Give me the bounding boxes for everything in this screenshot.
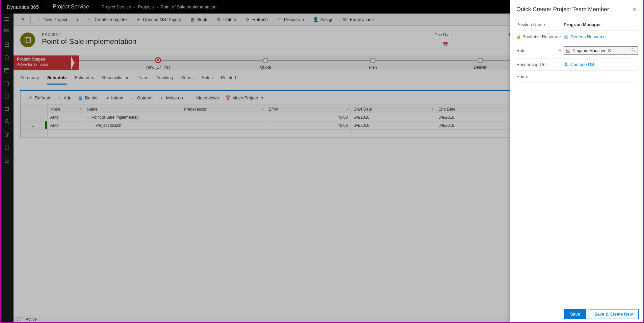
cell-name[interactable]: ⌄Point of Sale implementati	[84, 113, 181, 121]
cell-rownum[interactable]	[21, 113, 45, 121]
breadcrumb-item[interactable]: Project Service	[102, 4, 131, 9]
sched-movedown-button[interactable]: ↓Move down	[187, 94, 222, 102]
calendar-icon[interactable]: 📅	[443, 42, 448, 47]
nav-item-icon[interactable]	[3, 28, 10, 35]
cell-start[interactable]: 6/4/2018	[351, 121, 436, 130]
position-name-value[interactable]: Program Manager	[564, 22, 638, 27]
brand-label[interactable]: Dynamics 365	[0, 0, 46, 14]
save-create-new-button[interactable]: Save & Create New	[589, 309, 639, 319]
open-ms-project-label: Open in MS Project	[143, 17, 181, 22]
process-button[interactable]: ⇄Process▾	[273, 14, 308, 26]
person-icon[interactable]	[3, 118, 10, 125]
cell-start[interactable]: 6/4/2018	[351, 113, 436, 121]
col-rownum[interactable]	[21, 105, 45, 113]
stage-node-quote[interactable]	[263, 58, 268, 63]
app-name[interactable]: Project Service	[46, 0, 96, 14]
recent-button[interactable]: ◔	[16, 14, 28, 26]
sched-refresh-button[interactable]: ⟳Refresh	[25, 94, 53, 102]
expand-icon[interactable]: ⛶	[17, 317, 21, 322]
tab-related[interactable]: Related	[221, 75, 236, 85]
col-mode[interactable]: Mode▾	[48, 105, 84, 113]
status-text: Active	[26, 317, 37, 322]
book-button[interactable]: ▦Book	[186, 14, 211, 26]
col-predecessor[interactable]: Predecessor▾	[181, 105, 266, 113]
col-start[interactable]: Start Date▾	[351, 105, 436, 113]
email-link-button[interactable]: ✉Email a Link	[339, 14, 377, 26]
unit-value[interactable]: Contoso US	[564, 62, 638, 67]
sort-icon[interactable]: ▾	[347, 107, 349, 111]
refresh-button[interactable]: ⟳Refresh	[241, 14, 271, 26]
nav-item-icon[interactable]	[3, 41, 10, 48]
tab-estimates[interactable]: Estimates	[75, 75, 94, 85]
sched-indent-button[interactable]: ⇥Indent	[102, 94, 126, 102]
stage-node-plan[interactable]	[370, 58, 376, 63]
nav-item-icon[interactable]	[3, 131, 10, 138]
stage-node-deliver[interactable]	[478, 58, 483, 63]
cell-end[interactable]: 6/8/2018	[436, 113, 520, 121]
cell-mode[interactable]: Auto	[48, 113, 84, 121]
tab-tracking[interactable]: Tracking	[156, 75, 173, 85]
nav-item-icon[interactable]	[3, 157, 10, 164]
sched-delete-button[interactable]: 🗑Delete	[76, 94, 101, 102]
tab-summary[interactable]: Summary	[20, 75, 39, 85]
sched-moveproject-button[interactable]: 📅Move Project▾	[223, 94, 266, 102]
cell-effort[interactable]: 40.00	[266, 121, 351, 130]
new-project-button[interactable]: ＋New Project	[33, 14, 71, 26]
role-lookup[interactable]: Program Manager ✕	[564, 46, 638, 55]
required-indicator: *	[559, 48, 561, 53]
sort-icon[interactable]: ▾	[432, 107, 434, 111]
cell-rownum[interactable]: 1	[21, 121, 45, 130]
stage-title: Project Stages	[17, 57, 68, 62]
quick-create-header: Quick Create: Project Team Member ✕	[510, 0, 644, 17]
cell-effort[interactable]: 40.00	[266, 113, 351, 121]
hours-value[interactable]: ---	[564, 74, 638, 79]
cell-mode[interactable]: Auto	[48, 121, 84, 130]
breadcrumb-item[interactable]: Projects	[138, 4, 154, 9]
stage-collapse-button[interactable]: ‹	[71, 55, 79, 70]
stage-node-new[interactable]	[155, 57, 161, 63]
tab-sales[interactable]: Sales	[202, 75, 213, 85]
breadcrumb-item[interactable]: Point of Sale implementation	[161, 4, 216, 9]
nav-item-icon[interactable]	[3, 54, 10, 61]
assign-button[interactable]: 👤Assign	[310, 14, 337, 26]
sort-icon[interactable]: ▾	[80, 107, 82, 111]
close-button[interactable]: ✕	[631, 5, 638, 14]
open-ms-project-button[interactable]: ◈Open in MS Project	[132, 14, 184, 26]
hamburger-icon[interactable]	[3, 16, 10, 22]
sched-add-button[interactable]: ＋Add	[54, 94, 74, 102]
search-icon[interactable]	[631, 48, 636, 53]
col-end[interactable]: End Date▾	[436, 105, 520, 113]
sched-outdent-button[interactable]: ⇤Outdent	[127, 94, 155, 102]
nav-item-icon[interactable]	[3, 67, 10, 74]
sort-icon[interactable]: ▾	[262, 107, 264, 111]
book-label: Book	[197, 17, 207, 22]
nav-item-icon[interactable]	[3, 106, 10, 112]
bookable-value[interactable]: Generic Resource	[564, 34, 638, 39]
new-project-label: New Project	[44, 17, 67, 22]
stage-label: Deliver	[474, 65, 486, 70]
project-name: Point of Sale implementation	[42, 37, 136, 46]
cell-pred[interactable]	[181, 113, 266, 121]
new-project-split[interactable]: ▾	[73, 14, 82, 26]
chevron-down-icon: ▾	[77, 18, 78, 21]
field-bookable-resource: 🔒Bookable Resource Generic Resource	[516, 31, 638, 43]
cell-name[interactable]: Project kickoff	[84, 121, 181, 130]
nav-item-icon[interactable]	[3, 144, 10, 151]
remove-tag-button[interactable]: ✕	[608, 48, 612, 53]
delete-button[interactable]: 🗑Delete	[213, 14, 240, 26]
tab-schedule[interactable]: Schedule	[47, 75, 67, 85]
tab-team[interactable]: Team	[137, 75, 148, 85]
col-name[interactable]: Name	[84, 105, 181, 113]
tab-status[interactable]: Status	[181, 75, 194, 85]
tab-reconciliation[interactable]: Reconciliation	[102, 75, 130, 85]
create-template-button[interactable]: ◇Create Template	[84, 14, 130, 26]
nav-item-icon[interactable]	[3, 80, 10, 87]
chevron-down-icon[interactable]: ⌄	[87, 115, 89, 119]
save-button[interactable]: Save	[564, 309, 586, 319]
sched-moveup-button[interactable]: ↑Move up	[157, 94, 186, 102]
svg-rect-15	[564, 65, 566, 66]
cell-end[interactable]: 6/8/2018	[436, 121, 520, 130]
nav-item-icon[interactable]	[3, 93, 10, 99]
cell-pred[interactable]	[181, 121, 266, 130]
col-effort[interactable]: Effort▾	[266, 105, 351, 113]
